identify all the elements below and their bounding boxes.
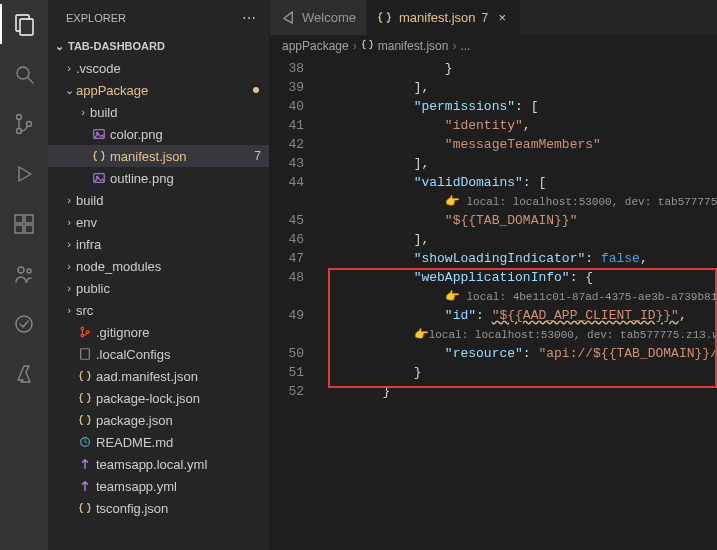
chevron-right-icon: › <box>76 106 90 118</box>
code-line: } <box>320 382 717 401</box>
svg-point-12 <box>18 267 24 273</box>
img-icon <box>90 127 108 141</box>
tree-file[interactable]: .localConfigs <box>48 343 269 365</box>
chevron-right-icon: › <box>62 238 76 250</box>
svg-point-4 <box>17 115 22 120</box>
json-icon <box>76 413 94 427</box>
tree-file[interactable]: package.json <box>48 409 269 431</box>
breadcrumb-segment[interactable]: ... <box>460 39 470 53</box>
tree-file[interactable]: manifest.json7 <box>48 145 269 167</box>
tree-file[interactable]: teamsapp.local.yml <box>48 453 269 475</box>
activity-azure-icon[interactable] <box>0 358 48 390</box>
code-line: } <box>320 363 717 382</box>
activity-explorer-icon[interactable] <box>0 8 48 40</box>
cfg-icon <box>76 347 94 361</box>
chevron-right-icon: › <box>62 304 76 316</box>
line-number: 41 <box>270 116 304 135</box>
activity-source-control-icon[interactable] <box>0 108 48 140</box>
code-line: ], <box>320 230 717 249</box>
workspace-root[interactable]: ⌄ TAB-DASHBOARD <box>48 35 269 57</box>
tab-label: Welcome <box>302 10 356 25</box>
editor-tabs: Welcomemanifest.json7× <box>270 0 717 35</box>
tree-file[interactable]: .gitignore <box>48 321 269 343</box>
inline-hint: 👉 local: 4be11c01-87ad-4375-ae3b-a739b81… <box>320 287 717 306</box>
chevron-right-icon: › <box>353 39 357 53</box>
svg-rect-22 <box>81 349 90 360</box>
code-line: ], <box>320 154 717 173</box>
tree-folder[interactable]: ›build <box>48 189 269 211</box>
breadcrumb-segment[interactable]: manifest.json <box>378 39 449 53</box>
breadcrumb[interactable]: appPackage›manifest.json›... <box>270 35 717 57</box>
line-number <box>270 192 304 211</box>
json-icon <box>76 369 94 383</box>
line-gutter: 383940414243444546474849505152 <box>270 57 320 550</box>
chevron-right-icon: › <box>62 282 76 294</box>
md-icon <box>76 435 94 449</box>
tab-label: manifest.json <box>399 10 476 25</box>
line-number: 46 <box>270 230 304 249</box>
pointing-hand-icon: 👉 <box>445 290 460 304</box>
tree-item-label: tsconfig.json <box>96 501 269 516</box>
code-line: ], <box>320 78 717 97</box>
tree-file[interactable]: outline.png <box>48 167 269 189</box>
tree-folder[interactable]: ›build <box>48 101 269 123</box>
activity-testing-icon[interactable] <box>0 308 48 340</box>
explorer-sidebar: EXPLORER ⋯ ⌄ TAB-DASHBOARD ›.vscode⌄appP… <box>48 0 270 550</box>
tree-item-label: infra <box>76 237 269 252</box>
activity-bar <box>0 0 48 550</box>
tree-folder[interactable]: ›.vscode <box>48 57 269 79</box>
inline-hint: 👉 local: localhost:53000, dev: tab577775… <box>320 192 717 211</box>
code-line: "permissions": [ <box>320 97 717 116</box>
line-number <box>270 287 304 306</box>
close-icon[interactable]: × <box>494 10 510 25</box>
tree-file[interactable]: teamsapp.yml <box>48 475 269 497</box>
tree-file[interactable]: package-lock.json <box>48 387 269 409</box>
json-icon <box>377 10 393 25</box>
editor-tab[interactable]: manifest.json7× <box>367 0 521 35</box>
tree-file[interactable]: aad.manifest.json <box>48 365 269 387</box>
code-line: "identity", <box>320 116 717 135</box>
code-editor[interactable]: 383940414243444546474849505152 } ], "per… <box>270 57 717 550</box>
tree-file[interactable]: color.png <box>48 123 269 145</box>
line-number <box>270 325 304 344</box>
tree-folder[interactable]: ›src <box>48 299 269 321</box>
code-line: "validDomains": [ <box>320 173 717 192</box>
svg-point-13 <box>27 269 31 273</box>
activity-extensions-icon[interactable] <box>0 208 48 240</box>
editor-tab[interactable]: Welcome <box>270 0 367 35</box>
explorer-more-icon[interactable]: ⋯ <box>242 10 257 26</box>
code-line: "${{TAB_DOMAIN}}" <box>320 211 717 230</box>
svg-line-3 <box>28 78 33 83</box>
tree-item-label: teamsapp.local.yml <box>96 457 269 472</box>
yml-icon <box>76 457 94 471</box>
explorer-title: EXPLORER <box>66 12 126 24</box>
activity-search-icon[interactable] <box>0 58 48 90</box>
line-number: 52 <box>270 382 304 401</box>
tree-folder[interactable]: ›public <box>48 277 269 299</box>
breadcrumb-segment[interactable]: appPackage <box>282 39 349 53</box>
yml-icon <box>76 479 94 493</box>
git-icon <box>76 325 94 339</box>
activity-run-debug-icon[interactable] <box>0 158 48 190</box>
json-icon <box>76 501 94 515</box>
pointing-hand-icon: 👉 <box>445 195 460 209</box>
line-number: 47 <box>270 249 304 268</box>
modified-dot-icon <box>253 87 259 93</box>
tree-folder[interactable]: ›infra <box>48 233 269 255</box>
tree-item-label: manifest.json <box>110 149 254 164</box>
tree-folder[interactable]: ›node_modules <box>48 255 269 277</box>
tree-item-label: build <box>90 105 269 120</box>
tree-folder[interactable]: ›env <box>48 211 269 233</box>
activity-teams-icon[interactable] <box>0 258 48 290</box>
tree-item-label: env <box>76 215 269 230</box>
tree-item-label: package.json <box>96 413 269 428</box>
tree-file[interactable]: tsconfig.json <box>48 497 269 519</box>
tree-file[interactable]: README.md <box>48 431 269 453</box>
line-number: 42 <box>270 135 304 154</box>
code-line: } <box>320 59 717 78</box>
explorer-header: EXPLORER ⋯ <box>48 0 269 35</box>
code-line: "showLoadingIndicator": false, <box>320 249 717 268</box>
tree-item-label: color.png <box>110 127 269 142</box>
img-icon <box>90 171 108 185</box>
tree-folder[interactable]: ⌄appPackage <box>48 79 269 101</box>
